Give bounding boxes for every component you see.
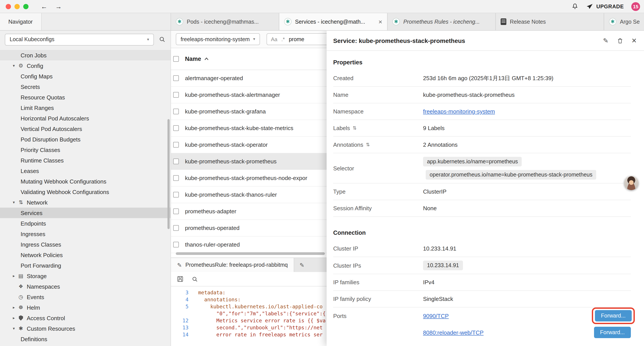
sidebar-item-label: Secrets (20, 83, 40, 90)
sidebar-item-runtime-classes[interactable]: Runtime Classes (0, 155, 170, 166)
gear-icon: ⚙ (17, 63, 24, 69)
editor-tab-prometheusrule[interactable]: ✎ PrometheusRule: freeleaps-prod-rabbitm… (171, 258, 294, 272)
chevron-down-icon: ▾ (10, 200, 17, 205)
sidebar-item-network[interactable]: ▾⇅Network (0, 197, 170, 208)
sidebar-item-endpoints[interactable]: Endpoints (0, 218, 170, 229)
port-row: 9090/TCPForward... (423, 308, 631, 324)
tab-release-notes[interactable]: Release Notes (496, 13, 604, 30)
name-column-header[interactable]: Name (185, 56, 209, 62)
sidebar-item-pod-disruption-budgets[interactable]: Pod Disruption Budgets (0, 134, 170, 145)
upgrade-button[interactable]: UPGRADE (586, 3, 624, 10)
detail-row-ip-families: IP familiesIPv4 (333, 274, 631, 291)
sidebar-item-helm[interactable]: ▸☸Helm (0, 302, 170, 313)
row-checkbox[interactable] (173, 225, 179, 231)
sort-toggle-icon[interactable]: ⇅ (353, 125, 357, 131)
row-checkbox[interactable] (173, 125, 179, 131)
row-checkbox[interactable] (173, 175, 179, 181)
sidebar-item-port-forwarding[interactable]: Port Forwarding (0, 260, 170, 271)
sidebar-item-ingresses[interactable]: Ingresses (0, 229, 170, 239)
sidebar-item-config-maps[interactable]: Config Maps (0, 71, 170, 81)
sidebar-item-priority-classes[interactable]: Priority Classes (0, 145, 170, 155)
line-number: 12 (171, 317, 194, 324)
namespace-link[interactable]: freeleaps-monitoring-system (423, 108, 495, 115)
select-all-checkbox[interactable] (173, 56, 179, 62)
sidebar-item-mutating-webhook-configurations[interactable]: Mutating Webhook Configurations (0, 176, 170, 187)
detail-row-labels: Labels⇅9 Labels (333, 120, 631, 137)
tab-prometheus-rules-icecheng[interactable]: ✱Prometheus Rules - icecheng... (388, 13, 496, 30)
tab-argo-se[interactable]: ✱Argo Se (604, 13, 644, 30)
user-avatar[interactable] (624, 176, 638, 190)
minimize-window-button[interactable] (14, 4, 20, 9)
sidebar-item-storage[interactable]: ▸▤Storage (0, 271, 170, 281)
bell-icon[interactable] (571, 3, 579, 10)
tab-label: Release Notes (510, 19, 599, 25)
sidebar-item-network-policies[interactable]: Network Policies (0, 250, 170, 260)
detail-value: IPv4 (423, 279, 631, 286)
sidebar-item-label: Priority Classes (20, 146, 60, 153)
row-checkbox[interactable] (173, 242, 179, 248)
match-case-toggle[interactable]: Aa (271, 36, 277, 42)
detail-label: Namespace (333, 108, 423, 115)
horizontal-scrollbar[interactable] (176, 252, 325, 255)
sidebar-item-namespaces[interactable]: ▾❖Namespaces (0, 281, 170, 292)
sidebar-item-custom-resources[interactable]: ▾✱Custom Resources (0, 323, 170, 334)
close-tab-icon[interactable]: × (378, 18, 382, 25)
tab-services-icecheng-math[interactable]: ✱Services - icecheng@math...× (279, 13, 388, 30)
trash-icon[interactable] (617, 37, 624, 44)
regex-toggle[interactable]: .* (281, 36, 285, 42)
row-checkbox[interactable] (173, 209, 179, 214)
maximize-window-button[interactable] (23, 4, 28, 9)
sidebar-item-horizontal-pod-autoscalers[interactable]: Horizontal Pod Autoscalers (0, 113, 170, 123)
sidebar-item-access-control[interactable]: ▸Access Control (0, 313, 170, 323)
namespace-filter-value: freeleaps-monitoring-system (180, 36, 250, 42)
row-checkbox[interactable] (173, 92, 179, 98)
forward-arrow-icon[interactable]: → (55, 3, 62, 10)
row-checkbox[interactable] (173, 109, 179, 114)
sidebar-item-vertical-pod-autoscalers[interactable]: Vertical Pod Autoscalers (0, 123, 170, 134)
search-icon[interactable] (192, 276, 198, 282)
detail-row-selector: Selectorapp.kubernetes.io/name=prometheu… (333, 153, 631, 184)
section-heading-connection: Connection (333, 217, 631, 240)
back-arrow-icon[interactable]: ← (41, 3, 47, 10)
row-checkbox[interactable] (173, 142, 179, 148)
sidebar-item-cron-jobs[interactable]: Cron Jobs (0, 50, 170, 60)
code-text: kubectl.kubernetes.io/last-applied-co (194, 303, 323, 310)
sidebar-item-limit-ranges[interactable]: Limit Ranges (0, 102, 170, 113)
tab-pods-icecheng-mathmas[interactable]: ✱Pods - icecheng@mathmas... (171, 13, 279, 30)
detail-row-session-affinity: Session AffinityNone (333, 200, 631, 217)
forward-button[interactable]: Forward... (594, 327, 631, 338)
sidebar-item-config[interactable]: ▾⚙Config (0, 60, 170, 71)
sidebar-item-validating-webhook-configurations[interactable]: Validating Webhook Configurations (0, 187, 170, 197)
sort-toggle-icon[interactable]: ⇅ (366, 142, 370, 148)
sidebar-item-ingress-classes[interactable]: Ingress Classes (0, 239, 170, 250)
port-link[interactable]: 8080:reloader-web/TCP (423, 329, 484, 336)
line-number: 14 (171, 331, 194, 338)
sidebar-item-definitions[interactable]: Definitions (0, 334, 170, 344)
port-link[interactable]: 9090/TCP (423, 313, 449, 319)
row-checkbox[interactable] (173, 192, 179, 198)
row-checkbox[interactable] (173, 159, 179, 164)
sidebar-item-label: Ingresses (20, 231, 45, 237)
sidebar-item-resource-quotas[interactable]: Resource Quotas (0, 92, 170, 102)
detail-label-text: Session Affinity (333, 205, 372, 212)
notification-badge[interactable]: 15 (631, 2, 640, 11)
forward-button[interactable]: Forward... (595, 310, 632, 322)
save-icon[interactable] (177, 276, 184, 283)
search-icon[interactable] (159, 36, 166, 43)
sidebar-item-label: Ingress Classes (20, 241, 61, 248)
detail-label: Session Affinity (333, 205, 423, 212)
kubeconfig-selector[interactable]: Local Kubeconfigs ▾ (5, 33, 154, 45)
sidebar-item-services[interactable]: Services (0, 208, 170, 218)
sidebar-item-secrets[interactable]: Secrets (0, 81, 170, 92)
sidebar-item-events[interactable]: ▾◷Events (0, 292, 170, 302)
close-window-button[interactable] (6, 4, 11, 9)
sidebar-item-label: Config Maps (20, 73, 52, 79)
close-icon[interactable]: × (632, 36, 636, 45)
sidebar-scrollbar[interactable] (168, 119, 170, 229)
sidebar-item-leases[interactable]: Leases (0, 166, 170, 176)
edit-icon[interactable]: ✎ (603, 37, 608, 44)
sidebar-item-label: Horizontal Pod Autoscalers (20, 115, 89, 122)
row-checkbox[interactable] (173, 75, 179, 81)
editor-tab-partial[interactable]: ✎ (294, 258, 310, 272)
namespace-filter-dropdown[interactable]: freeleaps-monitoring-system ▾ (176, 33, 260, 45)
